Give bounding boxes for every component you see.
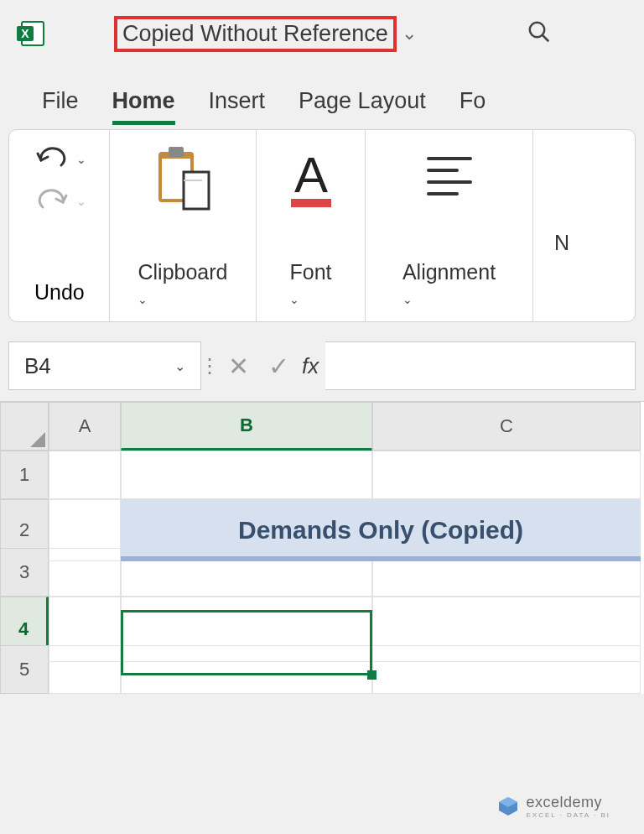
svg-text:A: A	[293, 147, 327, 203]
tab-formulas[interactable]: Fo	[460, 88, 486, 125]
cell[interactable]	[372, 645, 641, 694]
cell[interactable]	[121, 451, 372, 499]
redo-button[interactable]: ⌄	[34, 187, 86, 216]
cell[interactable]	[372, 451, 641, 499]
title-bar: X Copied Without Reference ⌄	[0, 0, 644, 67]
row-header-3[interactable]: 3	[0, 548, 49, 597]
undo-group: ⌄ ⌄ Undo	[9, 130, 110, 321]
document-title-highlight: Copied Without Reference	[114, 16, 397, 52]
alignment-label[interactable]: Alignment⌄	[402, 260, 496, 309]
chevron-down-icon: ⌄	[76, 153, 86, 166]
ribbon-tabs: File Home Insert Page Layout Fo	[0, 67, 644, 125]
formula-bar-area: B4 ⌄ ⋮ ✕ ✓ fx	[0, 322, 644, 396]
name-box-value: B4	[24, 353, 51, 379]
cell[interactable]	[49, 645, 121, 694]
undo-button[interactable]: ⌄	[34, 145, 86, 174]
excel-logo-icon: X	[17, 18, 47, 49]
undo-group-label: Undo	[34, 280, 85, 305]
tab-home[interactable]: Home	[112, 88, 175, 125]
clipboard-icon[interactable]	[150, 143, 216, 221]
svg-text:X: X	[21, 27, 29, 40]
font-group: A Font⌄	[257, 130, 366, 321]
col-header-b[interactable]: B	[121, 402, 372, 451]
title-chevron-icon[interactable]: ⌄	[402, 23, 417, 44]
svg-line-4	[543, 35, 549, 42]
alignment-icon[interactable]	[420, 143, 479, 221]
row-header-1[interactable]: 1	[0, 451, 49, 499]
ribbon: ⌄ ⌄ Undo Clipboard⌄ A Font⌄ Alignment⌄	[8, 129, 636, 322]
watermark: exceldemy EXCEL · DATA · BI	[497, 794, 610, 819]
font-icon[interactable]: A	[284, 143, 338, 221]
cell[interactable]	[121, 645, 372, 694]
document-title[interactable]: Copied Without Reference	[122, 21, 388, 47]
chevron-down-icon: ⌄	[289, 293, 299, 306]
worksheet: A B C 1 2 Demands Only (Copied) 3 4 5	[0, 401, 644, 694]
search-icon[interactable]	[527, 19, 552, 48]
formula-bar-separator: ⋮	[201, 354, 218, 378]
chevron-down-icon[interactable]: ⌄	[174, 358, 185, 374]
svg-rect-7	[169, 147, 184, 157]
cell[interactable]	[49, 548, 121, 597]
number-group: N	[533, 130, 600, 321]
svg-rect-10	[291, 199, 331, 207]
alignment-group: Alignment⌄	[366, 130, 533, 321]
col-header-c[interactable]: C	[372, 402, 641, 451]
col-header-a[interactable]: A	[49, 402, 121, 451]
cell[interactable]	[49, 451, 121, 499]
chevron-down-icon: ⌄	[402, 293, 413, 306]
name-box[interactable]: B4 ⌄	[8, 341, 201, 390]
clipboard-group: Clipboard⌄	[110, 130, 257, 321]
row-header-5[interactable]: 5	[0, 645, 49, 694]
watermark-text: exceldemy	[526, 794, 610, 811]
tab-page-layout[interactable]: Page Layout	[299, 88, 426, 125]
tab-insert[interactable]: Insert	[209, 88, 266, 125]
fx-label[interactable]: fx	[302, 353, 319, 379]
number-label[interactable]: N	[554, 231, 569, 255]
chevron-down-icon: ⌄	[138, 293, 148, 306]
enter-formula-icon: ✓	[258, 352, 299, 381]
font-label[interactable]: Font⌄	[289, 260, 331, 309]
cancel-formula-icon: ✕	[218, 352, 258, 381]
fill-handle[interactable]	[367, 670, 377, 680]
watermark-icon	[497, 795, 519, 817]
chevron-down-icon: ⌄	[76, 195, 86, 208]
formula-input[interactable]	[325, 341, 636, 390]
watermark-subtext: EXCEL · DATA · BI	[526, 811, 610, 819]
svg-point-3	[530, 23, 545, 38]
clipboard-label[interactable]: Clipboard⌄	[138, 260, 227, 309]
select-all-corner[interactable]	[0, 402, 49, 451]
cell-merged-title[interactable]: Demands Only (Copied)	[121, 499, 641, 561]
tab-file[interactable]: File	[42, 88, 79, 125]
svg-rect-8	[184, 172, 209, 209]
